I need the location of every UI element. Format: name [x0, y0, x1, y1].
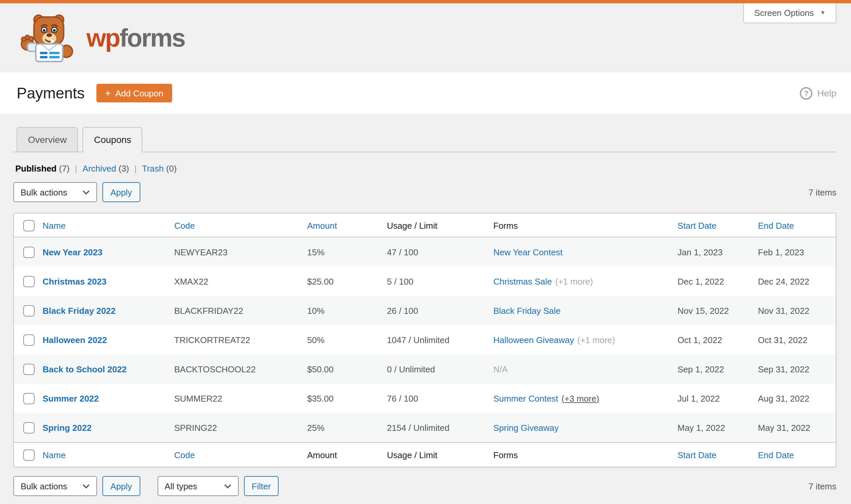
- coupon-start-date: Jul 1, 2022: [677, 393, 758, 403]
- coupon-end-date: Dec 24, 2022: [758, 276, 836, 286]
- filter-separator: |: [134, 164, 137, 174]
- filter-published[interactable]: Published (7): [15, 164, 70, 174]
- table-row: Black Friday 2022BLACKFRIDAY2210%26 / 10…: [14, 296, 836, 325]
- column-footer-end-date[interactable]: End Date: [758, 450, 836, 460]
- wpforms-payments-page: Screen Options ▼: [0, 0, 851, 504]
- bulk-actions-select-bottom[interactable]: Bulk actions: [13, 476, 97, 496]
- column-footer-name[interactable]: Name: [42, 450, 174, 460]
- row-checkbox[interactable]: [23, 276, 35, 287]
- logo-band: wpforms: [0, 3, 851, 72]
- filter-button[interactable]: Filter: [244, 476, 279, 496]
- coupon-amount: 25%: [307, 422, 387, 433]
- filter-trash[interactable]: Trash (0): [142, 164, 177, 174]
- form-link[interactable]: New Year Contest: [493, 247, 562, 257]
- add-coupon-button[interactable]: + Add Coupon: [97, 84, 172, 102]
- column-header-name[interactable]: Name: [42, 220, 174, 230]
- table-body: New Year 2023NEWYEAR2315%47 / 100New Yea…: [14, 237, 836, 442]
- coupons-table: NameCodeAmountUsage / LimitFormsStart Da…: [13, 213, 836, 467]
- column-header-usage-limit: Usage / Limit: [387, 220, 493, 230]
- row-checkbox[interactable]: [23, 393, 35, 404]
- coupon-name-link[interactable]: Christmas 2023: [42, 276, 106, 286]
- coupon-code: XMAX22: [174, 276, 307, 286]
- table-row: Christmas 2023XMAX22$25.005 / 100Christm…: [14, 267, 836, 296]
- type-filter-select[interactable]: All types: [157, 476, 238, 496]
- wpforms-wordmark: wpforms: [87, 25, 185, 51]
- help-button[interactable]: ? Help: [800, 87, 836, 100]
- form-link[interactable]: Summer Contest: [493, 393, 558, 403]
- coupon-code: BLACKFRIDAY22: [174, 306, 307, 316]
- coupon-code: SPRING22: [174, 422, 307, 433]
- coupon-end-date: Sep 31, 2022: [758, 364, 836, 374]
- coupon-amount: 15%: [307, 247, 387, 257]
- coupon-usage: 76 / 100: [387, 393, 493, 403]
- coupon-name-link[interactable]: Halloween 2022: [42, 335, 107, 345]
- select-all-checkbox[interactable]: [23, 449, 35, 461]
- column-header-amount[interactable]: Amount: [307, 220, 387, 230]
- wordmark-forms: forms: [120, 24, 185, 52]
- coupon-name-link[interactable]: Black Friday 2022: [42, 306, 116, 316]
- content-area: Overview Coupons Published (7) | Archive…: [0, 127, 851, 496]
- coupon-usage: 26 / 100: [387, 306, 493, 316]
- plus-icon: +: [105, 88, 111, 98]
- form-more-note[interactable]: (+3 more): [561, 393, 599, 403]
- wpforms-bear-logo: [20, 13, 76, 62]
- bottom-toolbar: Bulk actions Apply All types Filter 7 it…: [13, 476, 836, 496]
- chevron-down-icon: [83, 484, 90, 488]
- items-count: 7 items: [809, 187, 836, 197]
- form-link[interactable]: Spring Giveaway: [493, 422, 559, 433]
- coupon-name-link[interactable]: New Year 2023: [42, 247, 103, 257]
- coupon-start-date: Jan 1, 2023: [677, 247, 758, 257]
- form-link[interactable]: Halloween Giveaway: [493, 335, 574, 345]
- coupon-end-date: Nov 31, 2022: [758, 306, 836, 316]
- page-title: Payments: [17, 84, 85, 102]
- coupon-name-link[interactable]: Back to School 2022: [42, 364, 127, 374]
- coupon-name-link[interactable]: Spring 2022: [42, 422, 91, 433]
- tab-overview[interactable]: Overview: [17, 127, 78, 152]
- filter-archived[interactable]: Archived (3): [83, 164, 129, 174]
- help-label: Help: [817, 88, 836, 98]
- table-row: Halloween 2022TRICKORTREAT2250%1047 / Un…: [14, 325, 836, 354]
- row-checkbox[interactable]: [23, 422, 35, 433]
- coupon-usage: 1047 / Unlimited: [387, 335, 493, 345]
- table-footer-row: NameCodeAmountUsage / LimitFormsStart Da…: [14, 442, 836, 467]
- column-header-code[interactable]: Code: [174, 220, 307, 230]
- row-checkbox[interactable]: [23, 363, 35, 375]
- screen-options-button[interactable]: Screen Options ▼: [744, 3, 836, 23]
- add-coupon-label: Add Coupon: [115, 89, 164, 97]
- coupon-start-date: Dec 1, 2022: [677, 276, 758, 286]
- apply-button-bottom[interactable]: Apply: [103, 476, 140, 496]
- coupon-start-date: Sep 1, 2022: [677, 364, 758, 374]
- row-checkbox[interactable]: [23, 246, 35, 258]
- column-header-start-date[interactable]: Start Date: [677, 220, 758, 230]
- select-all-checkbox[interactable]: [23, 220, 35, 231]
- bulk-actions-select[interactable]: Bulk actions: [13, 182, 97, 202]
- caret-down-icon: ▼: [820, 10, 826, 16]
- column-header-end-date[interactable]: End Date: [758, 220, 836, 230]
- coupon-code: SUMMER22: [174, 393, 307, 403]
- form-link[interactable]: Christmas Sale: [493, 276, 552, 286]
- coupon-amount: $50.00: [307, 364, 387, 374]
- column-footer-start-date[interactable]: Start Date: [677, 450, 758, 460]
- row-checkbox[interactable]: [23, 334, 35, 345]
- coupon-code: BACKTOSCHOOL22: [174, 364, 307, 374]
- tab-bar: Overview Coupons: [13, 127, 836, 152]
- table-row: Back to School 2022BACKTOSCHOOL22$50.000…: [14, 354, 836, 384]
- tab-coupons[interactable]: Coupons: [83, 127, 143, 152]
- table-row: Summer 2022SUMMER22$35.0076 / 100Summer …: [14, 384, 836, 413]
- coupon-usage: 0 / Unlimited: [387, 364, 493, 374]
- coupon-amount: 50%: [307, 335, 387, 345]
- status-filter-list: Published (7) | Archived (3) | Trash (0): [15, 164, 836, 174]
- wordmark-wp: wp: [87, 24, 120, 52]
- apply-button[interactable]: Apply: [103, 182, 140, 202]
- form-link[interactable]: Black Friday Sale: [493, 306, 560, 316]
- column-footer-code[interactable]: Code: [174, 450, 307, 460]
- coupon-end-date: Aug 31, 2022: [758, 393, 836, 403]
- form-na-text: N/A: [493, 364, 508, 374]
- coupon-code: NEWYEAR23: [174, 247, 307, 257]
- row-checkbox[interactable]: [23, 305, 35, 316]
- page-header: Payments + Add Coupon ? Help: [0, 72, 851, 114]
- coupon-name-link[interactable]: Summer 2022: [42, 393, 99, 403]
- form-more-note: (+1 more): [577, 335, 615, 345]
- coupon-end-date: Feb 1, 2023: [758, 247, 836, 257]
- brand-top-bar: [0, 0, 851, 3]
